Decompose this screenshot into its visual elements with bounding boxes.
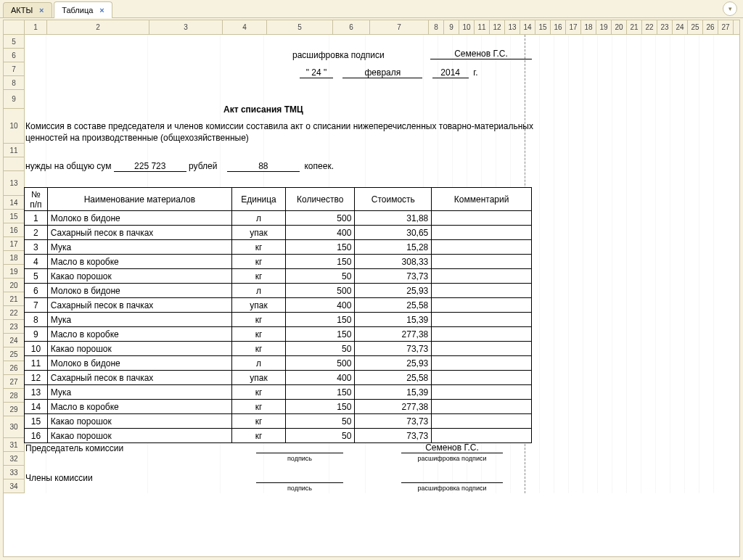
table-row[interactable]: 2Сахарный песок в пачкахупак40030,65	[25, 226, 532, 240]
row-header[interactable]: 10	[4, 109, 25, 144]
tab-tablica[interactable]: Таблица ×	[54, 1, 112, 18]
members-label: Члены комиссии	[25, 473, 93, 483]
row-cells[interactable]	[25, 479, 733, 493]
row-header[interactable]: 18	[4, 251, 25, 265]
decipher-small: расшифровка подписи	[401, 485, 503, 492]
row-header[interactable]: 20	[4, 279, 25, 292]
row-header[interactable]: 23	[4, 320, 25, 334]
table-row[interactable]: 11Молоко в бидонел50025,93	[25, 356, 532, 371]
row-header[interactable]: 24	[4, 334, 25, 347]
column-header[interactable]: 8	[429, 20, 444, 34]
date-month: февраля	[342, 67, 422, 78]
row-header[interactable]: 27	[4, 375, 25, 389]
table-row[interactable]: 13Мукакг15015,39	[25, 385, 532, 400]
column-header[interactable]: 6	[333, 20, 370, 34]
column-header[interactable]: 18	[581, 20, 596, 34]
row-header[interactable]: 11	[4, 144, 25, 157]
row-header[interactable]: 8	[4, 76, 25, 90]
column-header[interactable]: 23	[657, 20, 673, 34]
table-row[interactable]: 5Какао порошоккг5073,73	[25, 269, 532, 284]
column-header[interactable]: 16	[551, 20, 566, 34]
column-header[interactable]: 4	[223, 20, 267, 34]
table-row[interactable]: 12Сахарный песок в пачкахупак40025,58	[25, 371, 532, 385]
table-row[interactable]: 9Масло в коробкекг150277,38	[25, 327, 532, 342]
table-row[interactable]: 4Масло в коробкекг150308,33	[25, 255, 532, 269]
column-header[interactable]: 17	[566, 20, 581, 34]
column-header[interactable]: 24	[673, 20, 688, 34]
table-row[interactable]: 6Молоко в бидонел50025,93	[25, 284, 532, 298]
row-header[interactable]: 6	[4, 49, 25, 62]
table-row[interactable]: 10Какао порошоккг5073,73	[25, 342, 532, 356]
totals-kop-label: копеек.	[304, 161, 334, 171]
row-header[interactable]: 17	[4, 237, 25, 251]
row-header[interactable]: 28	[4, 389, 25, 403]
row-header[interactable]: 29	[4, 403, 25, 416]
row-header[interactable]: 31	[4, 438, 25, 452]
row-header[interactable]: 30	[4, 416, 25, 438]
close-icon[interactable]: ×	[37, 6, 46, 15]
row-header[interactable]: 26	[4, 361, 25, 375]
row-header[interactable]: 13	[4, 171, 25, 196]
table-row[interactable]: 14Масло в коробкекг150277,38	[25, 400, 532, 414]
column-header[interactable]: 22	[642, 20, 657, 34]
table-row[interactable]: 8Мукакг15015,39	[25, 313, 532, 327]
column-header[interactable]: 27	[718, 20, 734, 34]
column-header[interactable]: 2	[47, 20, 149, 34]
tabstrip-dropdown[interactable]: ▾	[723, 1, 737, 16]
row-header[interactable]: 16	[4, 223, 25, 237]
row-header[interactable]: 33	[4, 466, 25, 479]
cell-comment	[432, 226, 532, 240]
column-header[interactable]: 3	[149, 20, 223, 34]
grid-scroll-area[interactable]: 5678910111314151617181920212223242526272…	[4, 35, 739, 556]
close-icon[interactable]: ×	[97, 6, 106, 15]
table-row[interactable]: 15Какао порошоккг5073,73	[25, 414, 532, 429]
cell-comment	[432, 356, 532, 371]
signature-small: подпись	[256, 485, 343, 492]
column-header[interactable]: 9	[444, 20, 459, 34]
row-header[interactable]: 5	[4, 35, 25, 49]
column-header[interactable]: 13	[505, 20, 520, 34]
table-row[interactable]: 16Какао порошоккг5073,73	[25, 429, 532, 443]
column-header[interactable]: 21	[627, 20, 642, 34]
cell-name: Молоко в бидоне	[47, 211, 231, 226]
column-header[interactable]: 5	[267, 20, 333, 34]
column-header[interactable]: 14	[520, 20, 535, 34]
column-header[interactable]: 11	[475, 20, 490, 34]
select-all-corner[interactable]	[4, 20, 25, 34]
column-header[interactable]: 25	[688, 20, 703, 34]
tab-akty[interactable]: АКТЫ ×	[3, 2, 52, 17]
row-header[interactable]: 34	[4, 479, 25, 493]
column-header[interactable]: 12	[490, 20, 505, 34]
table-row[interactable]: 3Мукакг15015,28	[25, 240, 532, 255]
column-header[interactable]: 20	[612, 20, 627, 34]
cell-no: 11	[25, 356, 48, 371]
signature-name: Семенов Г.С.	[430, 49, 532, 59]
cell-no: 14	[25, 400, 48, 414]
column-header[interactable]: 7	[370, 20, 429, 34]
column-header[interactable]: 26	[703, 20, 718, 34]
row-header[interactable]: 15	[4, 210, 25, 223]
cell-name: Мука	[47, 240, 231, 255]
row-cells[interactable]	[25, 90, 733, 109]
cell-no: 4	[25, 255, 48, 269]
row-header[interactable]: 19	[4, 265, 25, 279]
column-header[interactable]: 15	[535, 20, 551, 34]
row-header[interactable]: 32	[4, 452, 25, 466]
row-header[interactable]: 25	[4, 347, 25, 361]
row-header[interactable]: 22	[4, 306, 25, 320]
row-cells[interactable]	[25, 144, 733, 157]
column-header[interactable]: 10	[459, 20, 475, 34]
table-row[interactable]: 1Молоко в бидонел50031,88	[25, 211, 532, 226]
column-header[interactable]: 19	[596, 20, 612, 34]
row-header[interactable]	[4, 157, 25, 171]
row-header[interactable]: 21	[4, 292, 25, 306]
row-header[interactable]: 7	[4, 62, 25, 76]
row-cells[interactable]	[25, 466, 733, 479]
table-row[interactable]: 7Сахарный песок в пачкахупак40025,58	[25, 298, 532, 313]
row-cells[interactable]	[25, 452, 733, 466]
column-header[interactable]: 1	[25, 20, 47, 34]
row-cells[interactable]	[25, 35, 733, 49]
row-header[interactable]: 9	[4, 90, 25, 109]
row-header[interactable]: 14	[4, 196, 25, 210]
doc-title: Акт списания ТМЦ	[223, 104, 303, 115]
